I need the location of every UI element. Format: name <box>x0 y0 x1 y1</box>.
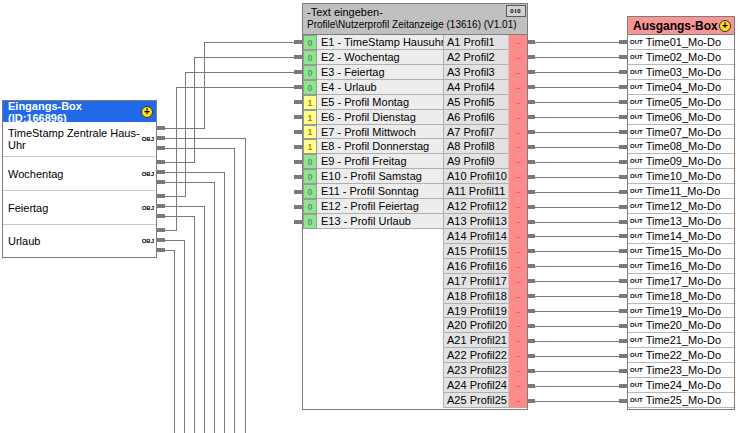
connection-port[interactable] <box>619 40 627 44</box>
input-port-row[interactable]: OUTTime20_Mo-Do <box>628 318 734 333</box>
input-value-cell[interactable]: 0 <box>303 50 317 65</box>
ausgangs-box[interactable]: Ausgangs-Box + OUTTime01_Mo-DoOUTTime02_… <box>627 16 735 410</box>
input-port-row[interactable]: OUTTime24_Mo-Do <box>628 378 734 393</box>
input-port-row[interactable]: OUTTime03_Mo-Do <box>628 65 734 80</box>
connection-port[interactable] <box>527 249 535 253</box>
input-port-row[interactable]: OUTTime09_Mo-Do <box>628 154 734 169</box>
connection-port[interactable] <box>527 324 535 328</box>
connection-port[interactable] <box>619 249 627 253</box>
connection-port[interactable] <box>619 279 627 283</box>
input-port-row[interactable]: OUTTime08_Mo-Do <box>628 139 734 154</box>
connection-port[interactable] <box>527 55 535 59</box>
connection-port[interactable] <box>157 136 165 140</box>
connection-port[interactable] <box>527 354 535 358</box>
input-value-cell[interactable]: 1 <box>303 110 317 125</box>
input-value-cell[interactable]: 0 <box>303 169 317 184</box>
connection-port[interactable] <box>619 160 627 164</box>
input-port-row[interactable]: OUTTime21_Mo-Do <box>628 333 734 348</box>
connection-port[interactable] <box>527 279 535 283</box>
connection-port[interactable] <box>619 234 627 238</box>
connection-port[interactable] <box>527 220 535 224</box>
output-port-row[interactable]: Urlaub OBJ <box>3 224 156 257</box>
connection-port[interactable] <box>527 294 535 298</box>
connection-port[interactable] <box>619 384 627 388</box>
connection-port[interactable] <box>294 55 302 59</box>
input-value-cell[interactable]: 0 <box>303 35 317 50</box>
connection-port[interactable] <box>294 115 302 119</box>
connection-port[interactable] <box>527 369 535 373</box>
connection-port[interactable] <box>527 145 535 149</box>
connection-port[interactable] <box>157 228 165 232</box>
connection-port[interactable] <box>619 324 627 328</box>
connection-port[interactable] <box>619 70 627 74</box>
connection-port[interactable] <box>294 70 302 74</box>
connection-port[interactable] <box>527 399 535 403</box>
input-port-row[interactable]: OUTTime13_Mo-Do <box>628 214 734 229</box>
connection-port[interactable] <box>527 339 535 343</box>
add-icon[interactable]: + <box>141 106 153 118</box>
connection-port[interactable] <box>527 384 535 388</box>
input-port-row[interactable]: OUTTime01_Mo-Do <box>628 35 734 50</box>
connection-port[interactable] <box>619 115 627 119</box>
connection-port[interactable] <box>294 40 302 44</box>
connection-port[interactable] <box>157 238 165 242</box>
connection-port[interactable] <box>294 220 302 224</box>
input-value-cell[interactable]: 0 <box>303 184 317 199</box>
connection-port[interactable] <box>294 175 302 179</box>
connection-port[interactable] <box>294 85 302 89</box>
input-value-cell[interactable]: 0 <box>303 214 317 229</box>
input-port-row[interactable]: OUTTime04_Mo-Do <box>628 80 734 95</box>
input-value-cell[interactable]: 1 <box>303 125 317 139</box>
connection-port[interactable] <box>157 214 165 218</box>
connection-port[interactable] <box>294 190 302 194</box>
connection-port[interactable] <box>157 146 165 150</box>
connection-port[interactable] <box>527 205 535 209</box>
connection-port[interactable] <box>619 145 627 149</box>
connection-port[interactable] <box>527 70 535 74</box>
connection-port[interactable] <box>157 160 165 164</box>
input-value-cell[interactable]: 0 <box>303 154 317 169</box>
connection-port[interactable] <box>619 55 627 59</box>
connection-port[interactable] <box>619 399 627 403</box>
input-port-row[interactable]: OUTTime05_Mo-Do <box>628 95 734 110</box>
input-port-row[interactable]: OUTTime25_Mo-Do <box>628 393 734 408</box>
connection-port[interactable] <box>619 175 627 179</box>
connection-port[interactable] <box>157 194 165 198</box>
input-value-cell[interactable]: 0 <box>303 80 317 95</box>
input-port-row[interactable]: OUTTime11_Mo-Do <box>628 184 734 199</box>
connection-port[interactable] <box>619 369 627 373</box>
connection-port[interactable] <box>619 294 627 298</box>
connection-port[interactable] <box>527 175 535 179</box>
connection-port[interactable] <box>527 115 535 119</box>
input-port-row[interactable]: OUTTime15_Mo-Do <box>628 244 734 259</box>
input-port-row[interactable]: OUTTime12_Mo-Do <box>628 199 734 214</box>
input-port-row[interactable]: OUTTime17_Mo-Do <box>628 274 734 289</box>
connection-port[interactable] <box>157 170 165 174</box>
input-port-row[interactable]: OUTTime18_Mo-Do <box>628 289 734 304</box>
input-port-row[interactable]: OUTTime19_Mo-Do <box>628 304 734 318</box>
eingangs-box[interactable]: Eingangs-Box (ID:166896) + TimeStamp Zen… <box>2 100 157 258</box>
connection-port[interactable] <box>527 309 535 313</box>
io-monitor-icon[interactable]: 0I0 <box>506 5 526 17</box>
connection-port[interactable] <box>527 85 535 89</box>
connection-port[interactable] <box>527 234 535 238</box>
input-port-row[interactable]: OUTTime06_Mo-Do <box>628 110 734 125</box>
input-port-row[interactable]: OUTTime22_Mo-Do <box>628 348 734 363</box>
connection-port[interactable] <box>157 204 165 208</box>
input-value-cell[interactable]: 1 <box>303 95 317 110</box>
output-port-row[interactable]: TimeStamp Zentrale Haus-Uhr OBJ <box>3 122 156 156</box>
connection-port[interactable] <box>619 309 627 313</box>
connection-port[interactable] <box>294 205 302 209</box>
output-port-row[interactable]: Feiertag OBJ <box>3 190 156 224</box>
connection-port[interactable] <box>619 130 627 134</box>
connection-port[interactable] <box>619 354 627 358</box>
connection-port[interactable] <box>619 85 627 89</box>
connection-port[interactable] <box>157 180 165 184</box>
output-port-row[interactable]: Wochentag OBJ <box>3 156 156 190</box>
connection-port[interactable] <box>527 40 535 44</box>
connection-port[interactable] <box>619 205 627 209</box>
connection-port[interactable] <box>527 160 535 164</box>
connection-port[interactable] <box>527 264 535 268</box>
connection-port[interactable] <box>157 248 165 252</box>
eingangs-box-header[interactable]: Eingangs-Box (ID:166896) + <box>3 101 156 122</box>
